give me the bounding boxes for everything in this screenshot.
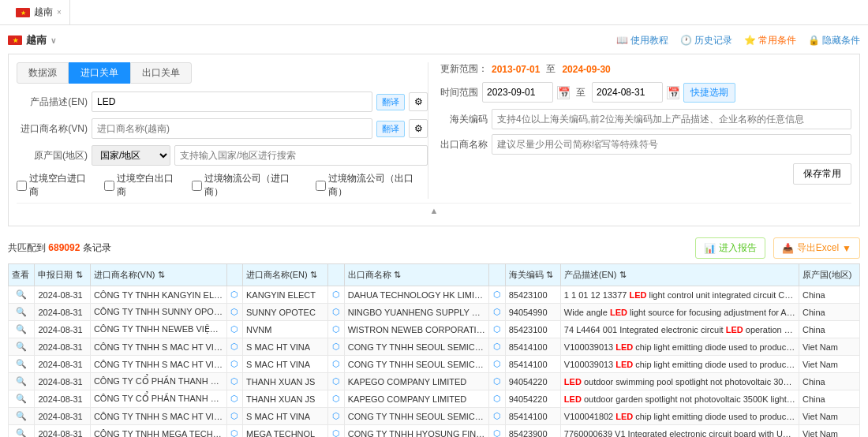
importer-vn-icon-cell[interactable]: ⬡: [226, 425, 243, 438]
product-icon-btn[interactable]: ⚙: [409, 92, 428, 111]
import-icon-btn[interactable]: ⚙: [409, 119, 428, 138]
report-btn[interactable]: 📊 进入报告: [695, 237, 765, 259]
exporter-icon-cell[interactable]: ⬡: [489, 390, 506, 408]
origin-select[interactable]: 国家/地区: [92, 145, 170, 166]
translate-import-btn[interactable]: 翻译: [376, 121, 405, 137]
importer-vn-icon-cell[interactable]: ⬡: [226, 338, 243, 356]
col-importer-en[interactable]: 进口商名称(EN) ⇅: [243, 264, 328, 286]
exporter-icon-cell[interactable]: ⬡: [489, 356, 506, 373]
importer-en-icon-cell[interactable]: ⬡: [328, 390, 345, 408]
exporter-icon-cell[interactable]: ⬡: [489, 425, 506, 438]
importer-vn-icon-cell[interactable]: ⬡: [226, 373, 243, 390]
country-selector[interactable]: 越南 ∨: [8, 33, 56, 47]
col-hs[interactable]: 海关编码 ⇅: [505, 264, 560, 286]
exporter-icon-cell[interactable]: ⬡: [489, 408, 506, 425]
history-link[interactable]: 🕐 历史记录: [680, 34, 732, 47]
save-btn[interactable]: 保存常用: [793, 163, 851, 185]
search-icon[interactable]: 🔍: [16, 394, 27, 403]
hide-link[interactable]: 🔒 隐藏条件: [808, 34, 860, 47]
search-icon[interactable]: 🔍: [16, 307, 27, 316]
col-date[interactable]: 申报日期 ⇅: [35, 264, 90, 286]
search-icon[interactable]: 🔍: [16, 428, 27, 437]
import-name-input[interactable]: [92, 118, 372, 139]
search-btn-cell[interactable]: 🔍: [9, 304, 35, 321]
importer-vn-icon-cell[interactable]: ⬡: [226, 321, 243, 338]
col-importer-vn[interactable]: 进口商名称(VN) ⇅: [90, 264, 226, 286]
checkbox-logistics-import-input[interactable]: [192, 181, 202, 191]
expand-exp-icon[interactable]: ⬡: [493, 359, 501, 368]
expand-en-icon[interactable]: ⬡: [332, 411, 340, 420]
tab-close-btn[interactable]: ×: [57, 8, 62, 17]
expand-exp-icon[interactable]: ⬡: [493, 289, 501, 299]
search-btn-cell[interactable]: 🔍: [9, 408, 35, 425]
search-btn-cell[interactable]: 🔍: [9, 373, 35, 390]
importer-en-icon-cell[interactable]: ⬡: [328, 356, 345, 373]
expand-en-icon[interactable]: ⬡: [332, 307, 340, 316]
importer-vn-icon-cell[interactable]: ⬡: [226, 304, 243, 321]
exporter-icon-cell[interactable]: ⬡: [489, 338, 506, 356]
checkbox-transit-import-input[interactable]: [17, 181, 27, 191]
tab-export[interactable]: 出口关单: [130, 62, 192, 84]
tutorial-link[interactable]: 📖 使用教程: [616, 34, 668, 47]
expand-icon[interactable]: ⬡: [230, 289, 238, 299]
importer-en-icon-cell[interactable]: ⬡: [328, 321, 345, 338]
checkbox-transit-export-input[interactable]: [104, 181, 114, 191]
expand-exp-icon[interactable]: ⬡: [493, 428, 501, 437]
search-btn-cell[interactable]: 🔍: [9, 390, 35, 408]
expand-exp-icon[interactable]: ⬡: [493, 342, 501, 351]
time-end-input[interactable]: [592, 82, 663, 103]
col-desc[interactable]: 产品描述(EN) ⇅: [560, 264, 799, 286]
checkbox-transit-export[interactable]: 过境空白出口商: [104, 172, 180, 199]
expand-en-icon[interactable]: ⬡: [332, 394, 340, 403]
expand-en-icon[interactable]: ⬡: [332, 342, 340, 351]
export-name-input[interactable]: [492, 134, 851, 155]
expand-en-icon[interactable]: ⬡: [332, 376, 340, 386]
export-btn[interactable]: 📥 导出Excel ▼: [773, 237, 860, 259]
importer-vn-icon-cell[interactable]: ⬡: [226, 390, 243, 408]
search-icon[interactable]: 🔍: [16, 411, 27, 420]
search-btn-cell[interactable]: 🔍: [9, 321, 35, 338]
calendar-icon-right[interactable]: [667, 86, 679, 99]
importer-vn-icon-cell[interactable]: ⬡: [226, 408, 243, 425]
checkbox-logistics-import[interactable]: 过境物流公司（进口商）: [192, 172, 304, 199]
search-btn-cell[interactable]: 🔍: [9, 356, 35, 373]
translate-product-btn[interactable]: 翻译: [376, 94, 405, 110]
importer-en-icon-cell[interactable]: ⬡: [328, 373, 345, 390]
tab-data-source[interactable]: 数据源: [17, 62, 69, 84]
search-icon[interactable]: 🔍: [16, 324, 27, 334]
search-btn-cell[interactable]: 🔍: [9, 425, 35, 438]
calendar-icon-left[interactable]: [557, 86, 570, 99]
collapse-row[interactable]: ▲: [17, 203, 851, 218]
product-input[interactable]: [92, 92, 372, 112]
expand-en-icon[interactable]: ⬡: [332, 324, 340, 334]
importer-en-icon-cell[interactable]: ⬡: [328, 304, 345, 321]
expand-exp-icon[interactable]: ⬡: [493, 394, 501, 403]
checkbox-logistics-export[interactable]: 过境物流公司（出口商）: [316, 172, 428, 199]
expand-icon[interactable]: ⬡: [230, 376, 238, 386]
expand-en-icon[interactable]: ⬡: [332, 359, 340, 368]
tab-import[interactable]: 进口关单: [69, 62, 130, 84]
expand-exp-icon[interactable]: ⬡: [493, 307, 501, 316]
time-start-input[interactable]: [482, 82, 553, 103]
expand-icon[interactable]: ⬡: [230, 428, 238, 437]
importer-en-icon-cell[interactable]: ⬡: [328, 286, 345, 304]
exporter-icon-cell[interactable]: ⬡: [489, 321, 506, 338]
search-icon[interactable]: 🔍: [16, 359, 27, 368]
search-btn-cell[interactable]: 🔍: [9, 338, 35, 356]
expand-exp-icon[interactable]: ⬡: [493, 376, 501, 386]
expand-icon[interactable]: ⬡: [230, 342, 238, 351]
favorites-link[interactable]: ⭐ 常用条件: [744, 34, 796, 47]
importer-en-icon-cell[interactable]: ⬡: [328, 425, 345, 438]
tab-vietnam[interactable]: 越南 ×: [8, 0, 70, 24]
importer-vn-icon-cell[interactable]: ⬡: [226, 356, 243, 373]
exporter-icon-cell[interactable]: ⬡: [489, 304, 506, 321]
search-icon[interactable]: 🔍: [16, 342, 27, 351]
expand-en-icon[interactable]: ⬡: [332, 289, 340, 299]
search-icon[interactable]: 🔍: [16, 376, 27, 386]
exporter-icon-cell[interactable]: ⬡: [489, 286, 506, 304]
importer-vn-icon-cell[interactable]: ⬡: [226, 286, 243, 304]
hs-input[interactable]: [492, 109, 851, 129]
search-btn-cell[interactable]: 🔍: [9, 286, 35, 304]
expand-exp-icon[interactable]: ⬡: [493, 411, 501, 420]
expand-exp-icon[interactable]: ⬡: [493, 324, 501, 334]
